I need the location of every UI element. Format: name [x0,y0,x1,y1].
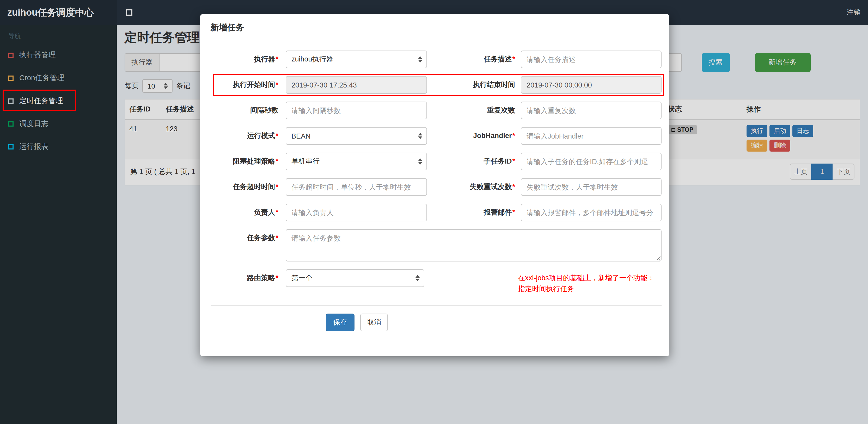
modal-footer: 保存 取消 [326,314,661,331]
repeat-count-label: 重复次数 [427,102,515,119]
start-time-label: 执行开始时间* [211,76,278,94]
block-strategy-label: 阻塞处理策略* [211,153,278,170]
form-row: 阻塞处理策略* 单机串行 子任务ID* [211,153,661,170]
block-strategy-select-value: 单机串行 [291,157,319,166]
modal-header: 新增任务 [200,14,670,41]
route-strategy-select[interactable]: 第一个 [286,269,424,287]
modal-title: 新增任务 [211,23,244,32]
modal-body: 执行器* zuihou执行器 任务描述* 执行开始时间* 执行结束时间 间隔秒数 [200,41,670,356]
cancel-button[interactable]: 取消 [360,314,388,331]
jobhandler-label: JobHandler* [427,127,515,145]
run-mode-select-value: BEAN [291,132,311,140]
form-row: 负责人* 报警邮件* [211,204,661,221]
end-time-input[interactable] [521,76,661,94]
run-mode-select[interactable]: BEAN [286,127,427,145]
form-divider [211,305,661,306]
executor-select-value: zuihou执行器 [291,55,333,64]
child-task-id-input[interactable] [521,153,661,170]
jobhandler-input[interactable] [521,127,661,145]
alarm-email-label: 报警邮件* [427,204,515,221]
start-time-input[interactable] [286,76,427,94]
repeat-count-input[interactable] [521,102,661,119]
save-button[interactable]: 保存 [326,314,354,331]
block-strategy-select[interactable]: 单机串行 [286,153,427,170]
executor-label: 执行器* [211,51,278,68]
task-desc-label: 任务描述* [427,51,515,68]
form-row-datetime: 执行开始时间* 执行结束时间 [211,76,661,94]
select-arrows-icon [418,133,422,139]
route-strategy-label: 路由策略* [211,269,278,287]
owner-input[interactable] [286,204,427,221]
executor-select[interactable]: zuihou执行器 [286,51,427,68]
app-root: zuihou任务调度中心 注销 导航 执行器管理 Cron任务管理 定时任务管理 [0,0,868,424]
retry-count-input[interactable] [521,178,661,196]
select-arrows-icon [418,56,422,63]
task-params-textarea[interactable] [286,229,661,261]
select-arrows-icon [415,275,420,281]
form-row: 路由策略* 第一个 在xxl-jobs项目的基础上，新增了一个功能： 指定时间执… [211,269,661,295]
feature-note-line2: 指定时间执行任务 [518,284,661,295]
form-row: 执行器* zuihou执行器 任务描述* [211,51,661,68]
form-row: 运行模式* BEAN JobHandler* [211,127,661,145]
retry-count-label: 失败重试次数* [427,178,515,196]
select-arrows-icon [418,158,422,165]
task-desc-input[interactable] [521,51,661,68]
feature-note: 在xxl-jobs项目的基础上，新增了一个功能： 指定时间执行任务 [518,269,661,295]
interval-seconds-input[interactable] [286,102,427,119]
child-task-id-label: 子任务ID* [427,153,515,170]
owner-label: 负责人* [211,204,278,221]
end-time-label: 执行结束时间 [427,76,515,94]
form-row: 任务超时时间* 失败重试次数* [211,178,661,196]
route-strategy-select-value: 第一个 [291,273,313,283]
task-params-label: 任务参数* [211,229,278,247]
form-row: 任务参数* [211,229,661,261]
timeout-input[interactable] [286,178,427,196]
form-row: 间隔秒数 重复次数 [211,102,661,119]
interval-label: 间隔秒数 [211,102,278,119]
run-mode-label: 运行模式* [211,127,278,145]
alarm-email-input[interactable] [521,204,661,221]
add-task-modal: 新增任务 执行器* zuihou执行器 任务描述* 执行开始时间* 执行结束时间 [200,14,670,356]
timeout-label: 任务超时时间* [211,178,278,196]
feature-note-line1: 在xxl-jobs项目的基础上，新增了一个功能： [518,273,661,284]
